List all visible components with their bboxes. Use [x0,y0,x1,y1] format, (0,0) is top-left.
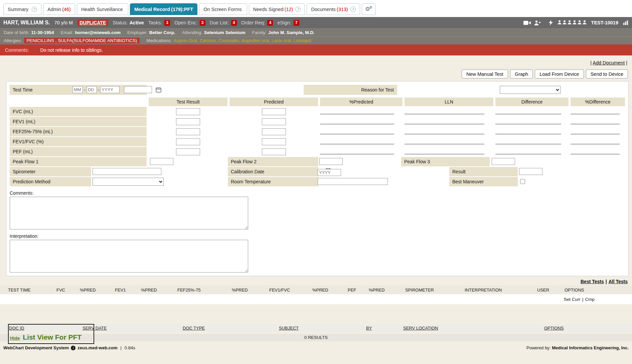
fev1-fvc-predicted-input[interactable] [262,138,286,145]
patient-id: TEST-10019 [591,20,618,25]
medication-link[interactable]: Lasix oral [272,38,293,43]
tab-documents[interactable]: Documents (313) ↗ [307,3,360,15]
tab-on-screen-forms[interactable]: On Screen Forms [199,3,247,15]
patient-header: HART, WILLIAM S. 70 y/o M DUPLICATE Stat… [0,17,632,28]
allergies-value-badge[interactable]: PENICILLINS , SULFA(SULFONAMIDE ANTIBIOT… [24,38,140,43]
calibration-result-input[interactable] [519,168,542,175]
lightning-icon[interactable] [549,20,553,25]
send-to-device-button[interactable]: Send to Device [586,69,628,78]
doc-header-serv-date[interactable]: SERV DATE [83,326,183,331]
pef-result-input[interactable] [176,148,200,155]
pft-toolbar: New Manual Test Graph Load From Device S… [0,69,632,78]
load-from-device-button[interactable]: Load From Device [535,69,584,78]
order-req-count-badge[interactable]: 4 [267,20,273,26]
pft-form-panel: Test Time Reason for Test Test Result Pr… [6,81,629,276]
user-icon[interactable] [573,20,577,25]
spirometer-label: Spirometer [10,167,91,176]
email-label: Email: [61,30,73,35]
doc-header-by[interactable]: BY [366,326,403,331]
medication-link[interactable]: Coumadin [218,38,241,43]
medication-link[interactable]: Calcium [199,38,218,43]
peak-flow-2-input[interactable] [319,158,343,165]
cmp-link[interactable]: Cmp [585,297,595,302]
pef-pct-predicted-line [320,154,394,154]
fev1-row: FEV1 (mL) [10,117,625,126]
medication-link[interactable]: Aspirin Oral [173,38,199,43]
duplicate-badge[interactable]: DUPLICATE [77,19,108,26]
calendar-icon[interactable] [156,87,161,93]
open-enc-count-badge[interactable]: 3 [200,20,205,26]
results-header-spirometer: SPIROMETER [405,288,465,293]
add-document-link[interactable]: Add Document [593,60,625,65]
add-user-icon[interactable] [534,20,541,25]
bar-chart-icon[interactable] [623,20,629,25]
email-field: Email:horner@mieweb.com [61,30,121,35]
medication-link[interactable]: ibuprofen oral [242,38,272,43]
room-temperature-input[interactable] [318,178,388,185]
interpretation-field-label: Interpretation: [10,233,625,239]
row-label-fvc: FVC (mL) [10,107,147,116]
user-icon[interactable] [568,20,572,25]
fvc-result-input[interactable] [176,108,200,115]
fef-difference-line [495,134,561,134]
fev1-fvc-lln-line [405,144,484,144]
spirometer-input[interactable] [93,168,161,175]
tab-admin[interactable]: Admin (46) [43,3,75,15]
doc-header-options[interactable]: OPTIONS [544,326,632,331]
calibration-year-input[interactable] [318,169,341,176]
tab-summary[interactable]: Summary ↗ [3,3,41,15]
tasks-count-badge[interactable]: 3 [164,20,170,26]
all-tests-link[interactable]: All Tests [609,279,628,284]
fvc-predicted-input[interactable] [262,108,286,115]
comments-textarea[interactable] [10,197,248,229]
medication-link[interactable]: Lisinopril [293,38,311,43]
results-header-fef: FEF25%-75 [177,288,232,293]
interpretation-textarea[interactable] [10,240,248,272]
hide-list-view-link[interactable]: Hide [10,336,20,341]
tab-label: Documents [311,7,335,12]
tab-needs-signed[interactable]: Needs Signed (12) ↗ [249,3,305,15]
pef-predicted-input[interactable] [262,148,286,155]
graph-button[interactable]: Graph [510,69,533,78]
settings-tab[interactable]: ⚙ ⚙ [362,3,376,15]
best-maneuver-checkbox[interactable] [520,179,525,184]
set-curr-link[interactable]: Set Curr [564,297,581,302]
fef-predicted-input[interactable] [262,128,286,135]
popout-icon[interactable]: ↗ [295,7,301,12]
user-icon[interactable] [583,20,587,25]
doc-header-subject[interactable]: SUBJECT [279,326,366,331]
footer-left: WebChart Development System i zeus.med-w… [3,345,135,350]
fev1-result-input[interactable] [176,118,200,125]
user-icon[interactable] [558,20,562,25]
user-icon[interactable] [563,20,567,25]
status-label: Status: [113,20,128,25]
video-camera-icon[interactable] [523,21,531,25]
reason-for-test-select[interactable] [500,86,561,94]
peak-flow-3-input[interactable] [492,158,515,165]
tab-medical-record[interactable]: Medical Record (179):PFT [130,3,197,15]
new-manual-test-button[interactable]: New Manual Test [462,69,508,78]
prediction-method-select[interactable] [93,178,164,186]
due-list-count-badge[interactable]: 4 [231,20,237,26]
fvc-row: FVC (mL) [10,107,625,116]
best-tests-link[interactable]: Best Tests [581,279,604,284]
tab-health-surveillance[interactable]: Health Surveillance [77,3,128,15]
prediction-method-row: Prediction Method Room Temperature Best … [10,177,625,186]
user-icon[interactable] [578,20,582,25]
esign-count-badge[interactable]: 7 [294,20,299,26]
doc-header-doc-type[interactable]: DOC TYPE [183,326,279,331]
popout-icon[interactable]: ↗ [32,7,37,12]
info-icon[interactable]: i [71,346,75,350]
test-time-input[interactable] [124,86,152,93]
popout-icon[interactable]: ↗ [350,7,356,12]
fef-result-input[interactable] [176,128,200,135]
separator [119,345,122,350]
test-date-month-input[interactable] [72,86,83,93]
doc-header-serv-location[interactable]: SERV LOCATION [403,326,544,331]
test-date-day-input[interactable] [87,86,97,93]
peak-flow-1-input[interactable] [150,158,173,165]
test-date-year-input[interactable] [100,86,120,93]
fev1-fvc-row: FEV1/FVC (%) [10,137,625,146]
fev1-predicted-input[interactable] [262,118,286,125]
fev1-fvc-result-input[interactable] [176,138,200,145]
